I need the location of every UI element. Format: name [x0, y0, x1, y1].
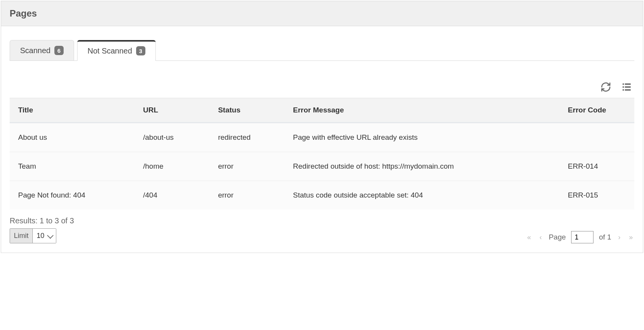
results-table: Title URL Status Error Message Error Cod…: [10, 98, 634, 209]
page-of-label: of 1: [599, 233, 611, 241]
svg-rect-0: [623, 84, 624, 85]
table-header-row: Title URL Status Error Message Error Cod…: [10, 98, 634, 123]
prev-page-button[interactable]: ‹: [538, 233, 543, 242]
chevron-down-icon: [47, 232, 54, 239]
table-row[interactable]: Team /home error Redirected outside of h…: [10, 152, 634, 181]
cell-code: ERR-015: [560, 181, 634, 210]
tab-label: Not Scanned: [88, 47, 132, 55]
cell-status: error: [209, 181, 284, 210]
pages-panel: Pages Scanned 6 Not Scanned 3: [1, 1, 643, 253]
cell-code: [560, 123, 634, 152]
col-status[interactable]: Status: [209, 98, 284, 123]
cell-message: Redirected outside of host: https://mydo…: [285, 152, 560, 181]
limit-value: 10: [37, 232, 44, 240]
page-input[interactable]: [571, 231, 593, 243]
cell-message: Page with effective URL already exists: [285, 123, 560, 152]
svg-rect-5: [625, 89, 631, 91]
last-page-button[interactable]: »: [627, 233, 634, 242]
cell-url: /home: [135, 152, 209, 181]
tabs: Scanned 6 Not Scanned 3: [10, 40, 634, 61]
limit-label: Limit: [10, 229, 33, 243]
refresh-icon[interactable]: [600, 82, 611, 92]
tab-badge: 6: [54, 46, 64, 55]
table-row[interactable]: Page Not found: 404 /404 error Status co…: [10, 181, 634, 210]
table-row[interactable]: About us /about-us redirected Page with …: [10, 123, 634, 152]
table-toolbar: [10, 61, 634, 98]
col-error-code[interactable]: Error Code: [560, 98, 634, 123]
panel-body: Scanned 6 Not Scanned 3: [1, 40, 643, 253]
cell-status: redirected: [209, 123, 284, 152]
limit-select[interactable]: 10: [33, 229, 56, 243]
cell-message: Status code outside acceptable set: 404: [285, 181, 560, 210]
tab-not-scanned[interactable]: Not Scanned 3: [77, 40, 156, 61]
footer-left: Results: 1 to 3 of 3 Limit 10: [10, 216, 74, 243]
cell-title: Team: [10, 152, 135, 181]
tab-scanned[interactable]: Scanned 6: [10, 40, 74, 60]
list-icon[interactable]: [621, 82, 632, 92]
col-error-message[interactable]: Error Message: [285, 98, 560, 123]
limit-group: Limit 10: [10, 228, 56, 243]
first-page-button[interactable]: «: [526, 233, 533, 242]
cell-title: About us: [10, 123, 135, 152]
cell-title: Page Not found: 404: [10, 181, 135, 210]
results-count: Results: 1 to 3 of 3: [10, 216, 74, 225]
svg-rect-3: [625, 86, 631, 88]
pagination: « ‹ Page of 1 › »: [526, 231, 634, 243]
svg-rect-2: [623, 86, 624, 88]
col-title[interactable]: Title: [10, 98, 135, 123]
panel-title: Pages: [1, 1, 643, 26]
col-url[interactable]: URL: [135, 98, 209, 123]
tab-label: Scanned: [20, 46, 51, 55]
cell-url: /about-us: [135, 123, 209, 152]
next-page-button[interactable]: ›: [617, 233, 622, 242]
cell-code: ERR-014: [560, 152, 634, 181]
cell-url: /404: [135, 181, 209, 210]
svg-rect-4: [623, 89, 624, 91]
tab-badge: 3: [136, 46, 145, 55]
table-footer: Results: 1 to 3 of 3 Limit 10 « ‹ Page o…: [10, 216, 634, 243]
cell-status: error: [209, 152, 284, 181]
page-label: Page: [549, 233, 566, 241]
svg-rect-1: [625, 84, 631, 85]
